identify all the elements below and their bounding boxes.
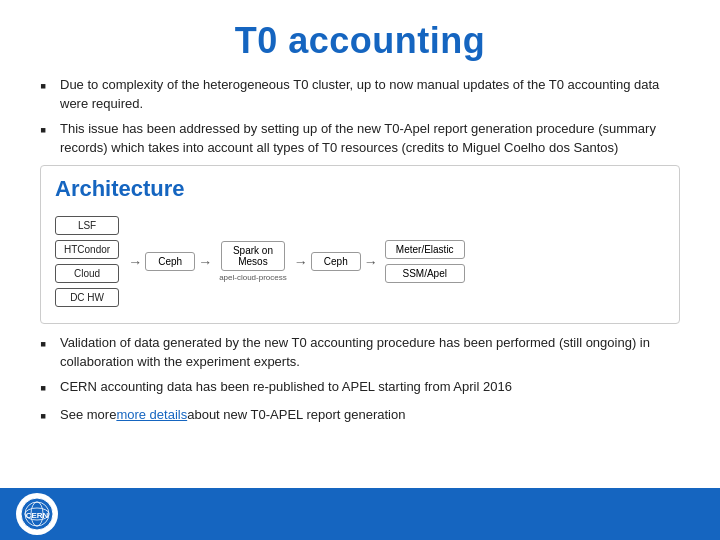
arch-dchw-box: DC HW [55, 288, 119, 307]
arch-middle-col: Spark onMesos apel-cloud-process [219, 241, 287, 282]
arch-cloud-box: Cloud [55, 264, 119, 283]
bullet-item: ▪ This issue has been addressed by setti… [40, 120, 680, 158]
arch-diagram: LSF HTCondor Cloud DC HW → Ceph → Spark … [55, 212, 665, 311]
bullet-text: Due to complexity of the heterogeneous T… [60, 76, 680, 114]
cern-logo-svg: CERN [19, 496, 55, 532]
architecture-title: Architecture [55, 176, 665, 202]
bottom-bullets: ▪ Validation of data generated by the ne… [40, 334, 680, 427]
cern-logo: CERN [16, 493, 58, 535]
footer-bar: CERN [0, 488, 720, 540]
page-title: T0 accounting [40, 10, 680, 76]
arch-meter-box: Meter/Elastic [385, 240, 465, 259]
bullet-dot: ▪ [40, 120, 56, 142]
arch-left-col: LSF HTCondor Cloud DC HW [55, 216, 119, 307]
arch-apel-label: apel-cloud-process [219, 273, 287, 282]
more-details-link[interactable]: more details [116, 406, 187, 425]
bullet-dot: ▪ [40, 334, 56, 356]
bullet-dot: ▪ [40, 378, 56, 400]
arch-right-col: Meter/Elastic SSM/Apel [385, 240, 465, 283]
arch-arrow-3: → [294, 254, 308, 270]
arch-arrow-4: → [364, 254, 378, 270]
arch-lsf-box: LSF [55, 216, 119, 235]
arch-spark-box: Spark onMesos [221, 241, 285, 271]
arch-htcondor-box: HTCondor [55, 240, 119, 259]
bullet-text: Validation of data generated by the new … [60, 334, 680, 372]
bullet-text-suffix: about new T0-APEL report generation [187, 406, 405, 425]
bullet-item: ▪ See more more details about new T0-APE… [40, 406, 680, 428]
arch-arrow-1: → [128, 254, 142, 270]
bullet-text-prefix: See more [60, 406, 116, 425]
bullet-item: ▪ CERN accounting data has been re-publi… [40, 378, 680, 400]
bullet-text: This issue has been addressed by setting… [60, 120, 680, 158]
arch-ceph2-box: Ceph [311, 252, 361, 271]
arch-ssm-box: SSM/Apel [385, 264, 465, 283]
bullet-item: ▪ Validation of data generated by the ne… [40, 334, 680, 372]
bullet-text: CERN accounting data has been re-publish… [60, 378, 512, 397]
top-bullets: ▪ Due to complexity of the heterogeneous… [40, 76, 680, 157]
architecture-section: Architecture LSF HTCondor Cloud DC HW → … [40, 165, 680, 324]
arch-arrow-2: → [198, 254, 212, 270]
page-content: T0 accounting ▪ Due to complexity of the… [0, 0, 720, 427]
bullet-dot: ▪ [40, 406, 56, 428]
arch-ceph1-box: Ceph [145, 252, 195, 271]
bullet-dot: ▪ [40, 76, 56, 98]
bullet-item: ▪ Due to complexity of the heterogeneous… [40, 76, 680, 114]
